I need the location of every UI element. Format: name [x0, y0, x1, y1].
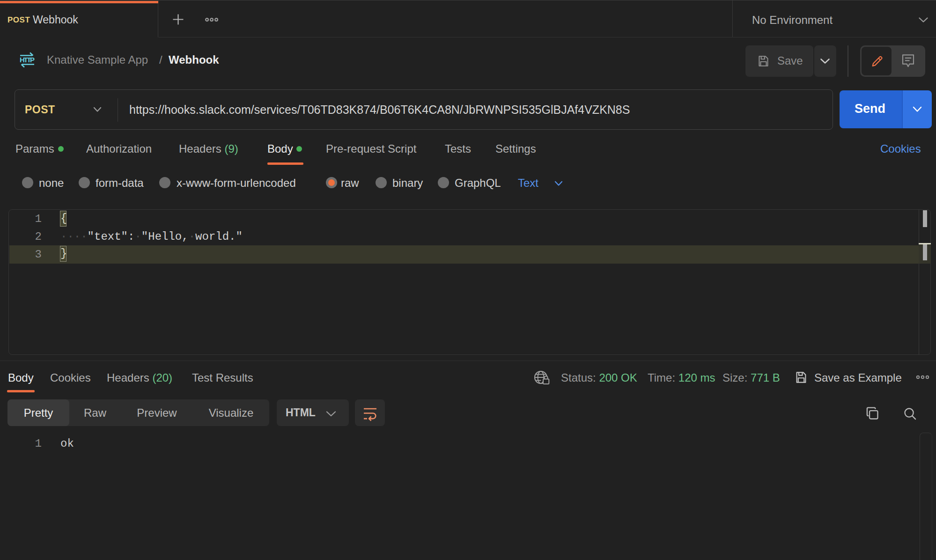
svg-text:HTTP: HTTP [20, 56, 35, 64]
